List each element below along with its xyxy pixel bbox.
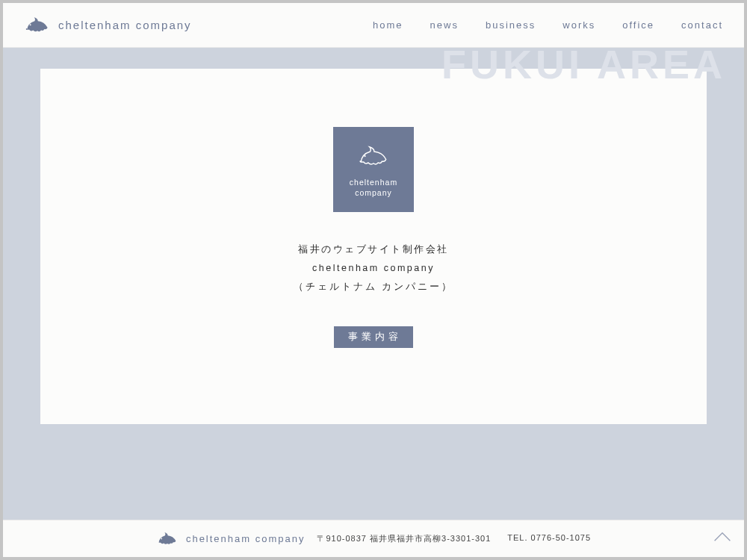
hedgehog-icon	[156, 531, 179, 547]
nav-contact[interactable]: contact	[681, 19, 723, 31]
svg-point-0	[30, 24, 31, 25]
chevron-up-icon	[713, 531, 732, 546]
business-button[interactable]: 事業内容	[334, 326, 413, 348]
desc-line-3: （チェルトナム カンパニー）	[294, 278, 453, 296]
badge-text: cheltenham company	[350, 177, 397, 198]
desc-line-2: cheltenham company	[294, 259, 453, 278]
footer-info: 〒910-0837 福井県福井市高柳3-3301-301 TEL. 0776-5…	[317, 533, 591, 544]
logo-badge: cheltenham company	[333, 127, 414, 212]
brand-text: cheltenham company	[58, 19, 192, 31]
svg-point-4	[161, 538, 162, 539]
nav-office[interactable]: office	[622, 19, 654, 31]
svg-point-3	[359, 161, 361, 162]
footer-brand-text: cheltenham company	[186, 533, 306, 544]
main-nav: home news business works office contact	[373, 19, 723, 31]
hedgehog-icon	[357, 144, 390, 172]
intro-card: cheltenham company 福井のウェブサイト制作会社 chelten…	[40, 69, 707, 424]
footer-logo[interactable]: cheltenham company	[156, 531, 306, 547]
footer: cheltenham company 〒910-0837 福井県福井市高柳3-3…	[3, 520, 744, 557]
nav-news[interactable]: news	[430, 19, 459, 31]
hedgehog-icon	[24, 15, 51, 36]
scroll-top-button[interactable]	[711, 527, 734, 550]
intro-description: 福井のウェブサイト制作会社 cheltenham company （チェルトナム…	[294, 240, 453, 296]
nav-home[interactable]: home	[373, 19, 403, 31]
nav-business[interactable]: business	[486, 19, 536, 31]
desc-line-1: 福井のウェブサイト制作会社	[294, 240, 453, 259]
footer-tel: TEL. 0776-50-1075	[507, 533, 591, 544]
nav-works[interactable]: works	[562, 19, 595, 31]
svg-point-1	[26, 28, 28, 30]
svg-point-2	[364, 155, 365, 157]
header: cheltenham company home news business wo…	[3, 3, 744, 48]
footer-address: 〒910-0837 福井県福井市高柳3-3301-301	[317, 533, 491, 544]
header-logo[interactable]: cheltenham company	[24, 15, 192, 36]
